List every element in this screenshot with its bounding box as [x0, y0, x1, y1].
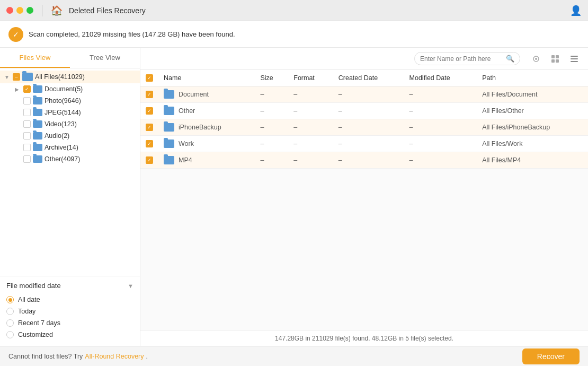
row-checkbox-3[interactable]: ✓ [146, 140, 153, 147]
tree-checkbox-jpeg[interactable] [23, 109, 31, 116]
tree-item-document[interactable]: ▶ ✓ Document(5) [0, 83, 140, 95]
tree-item-jpeg[interactable]: JPEG(5144) [0, 107, 140, 118]
row-format-1: – [288, 103, 333, 119]
filter-customized[interactable]: Customized [6, 331, 133, 338]
row-path-4: All Files/MP4 [477, 152, 588, 169]
bottom-suffix: . [146, 353, 148, 360]
row-name-0: Document [158, 86, 255, 103]
row-checkbox-0[interactable]: ✓ [146, 91, 153, 98]
tree-checkbox-audio[interactable] [23, 132, 31, 140]
radio-customized[interactable] [6, 331, 14, 338]
tree-label-other: Other(4097) [44, 155, 136, 163]
row-name-4: MP4 [158, 152, 255, 169]
grid-icon[interactable] [548, 51, 563, 66]
view-tabs: Files View Tree View [0, 48, 140, 68]
tree-item-other[interactable]: Other(4097) [0, 153, 140, 165]
status-text: 147.28GB in 211029 file(s) found. 48.12G… [275, 335, 453, 342]
row-checkbox-2[interactable]: ✓ [146, 124, 153, 131]
tree-label-audio: Audio(2) [44, 132, 136, 140]
radio-all-date[interactable] [6, 296, 14, 303]
radio-recent-7-days[interactable] [6, 319, 14, 327]
tree-arrow-all-files: ▼ [4, 74, 11, 80]
row-checkbox-4[interactable]: ✓ [146, 156, 153, 164]
tree-checkbox-document[interactable]: ✓ [23, 85, 31, 93]
folder-icon-photo [33, 97, 42, 104]
row-folder-icon-3 [164, 140, 174, 148]
tree-item-photo[interactable]: Photo(9646) [0, 95, 140, 107]
tree-item-video[interactable]: Video(123) [0, 118, 140, 130]
col-header-path: Path [477, 70, 588, 86]
minimize-button[interactable] [16, 7, 23, 14]
toolbar: 🔍 [140, 48, 588, 70]
traffic-lights [6, 7, 33, 14]
search-box[interactable]: 🔍 [414, 52, 520, 65]
tree-checkbox-video[interactable] [23, 120, 31, 128]
row-folder-icon-1 [164, 107, 174, 115]
row-modified-3: – [404, 136, 477, 152]
tab-files-view[interactable]: Files View [0, 48, 70, 68]
search-icon: 🔍 [506, 55, 514, 63]
table-row: ✓ Work – – – – All Files/Work [140, 136, 588, 152]
col-header-size: Size [255, 70, 288, 86]
toolbar-icons [529, 51, 582, 66]
filter-today-label: Today [18, 308, 35, 315]
list-icon[interactable] [567, 51, 582, 66]
row-checkbox-cell-4: ✓ [140, 152, 158, 169]
filter-all-date[interactable]: All date [6, 296, 133, 303]
main-layout: Files View Tree View ▼ – All Files(41102… [0, 48, 588, 346]
svg-rect-7 [571, 58, 578, 59]
home-icon[interactable]: 🏠 [51, 5, 63, 16]
col-header-name: Name [158, 70, 255, 86]
row-created-3: – [333, 136, 404, 152]
tab-tree-view[interactable]: Tree View [70, 48, 140, 68]
svg-rect-3 [556, 55, 559, 58]
tree-checkbox-archive[interactable] [23, 144, 31, 151]
app-title: Deleted Files Recovery [69, 6, 146, 15]
row-checkbox-1[interactable]: ✓ [146, 107, 153, 115]
preview-icon[interactable] [529, 51, 544, 66]
row-size-2: – [255, 119, 288, 136]
search-input[interactable] [420, 55, 503, 63]
tree-checkbox-other[interactable] [23, 155, 31, 163]
tree-item-archive[interactable]: Archive(14) [0, 142, 140, 153]
row-size-3: – [255, 136, 288, 152]
table-row: ✓ Other – – – – All Files/Other [140, 103, 588, 119]
tree-item-all-files[interactable]: ▼ – All Files(411029) [0, 71, 140, 83]
tree-label-all-files: All Files(411029) [35, 73, 136, 81]
filter-today[interactable]: Today [6, 308, 133, 315]
filter-recent-7-days[interactable]: Recent 7 days [6, 319, 133, 327]
scan-banner: ✓ Scan completed, 21029 missing files (1… [0, 21, 588, 48]
radio-today[interactable] [6, 308, 14, 315]
tree-item-audio[interactable]: Audio(2) [0, 130, 140, 142]
row-path-3: All Files/Work [477, 136, 588, 152]
row-path-0: All Files/Document [477, 86, 588, 103]
close-button[interactable] [6, 7, 13, 14]
folder-icon-all-files [22, 73, 33, 81]
table-row: ✓ MP4 – – – – All Files/MP4 [140, 152, 588, 169]
row-checkbox-cell-3: ✓ [140, 136, 158, 152]
file-table: ✓ Name Size Format Created Date Modified… [140, 70, 588, 169]
row-created-0: – [333, 86, 404, 103]
svg-rect-5 [556, 59, 559, 63]
row-size-1: – [255, 103, 288, 119]
svg-rect-2 [551, 55, 555, 58]
row-path-1: All Files/Other [477, 103, 588, 119]
row-format-3: – [288, 136, 333, 152]
filter-header[interactable]: File modified date ▼ [6, 282, 133, 290]
row-format-0: – [288, 86, 333, 103]
recover-button[interactable]: Recover [522, 348, 580, 364]
folder-icon-document [33, 85, 42, 93]
tree-checkbox-photo[interactable] [23, 97, 31, 104]
header-checkbox[interactable]: ✓ [146, 74, 153, 82]
row-name-2: iPhoneBackup [158, 119, 255, 136]
user-icon[interactable]: 👤 [570, 5, 582, 16]
tree-checkbox-all-files[interactable]: – [13, 73, 20, 81]
content-area: 🔍 ✓ [140, 48, 588, 346]
row-checkbox-cell-1: ✓ [140, 103, 158, 119]
maximize-button[interactable] [26, 7, 33, 14]
status-bar: 147.28GB in 211029 file(s) found. 48.12G… [140, 330, 588, 346]
row-size-0: – [255, 86, 288, 103]
table-row: ✓ Document – – – – All Files/Document [140, 86, 588, 103]
folder-icon-video [33, 120, 42, 128]
all-round-recovery-link[interactable]: All-Round Recovery [85, 353, 144, 360]
